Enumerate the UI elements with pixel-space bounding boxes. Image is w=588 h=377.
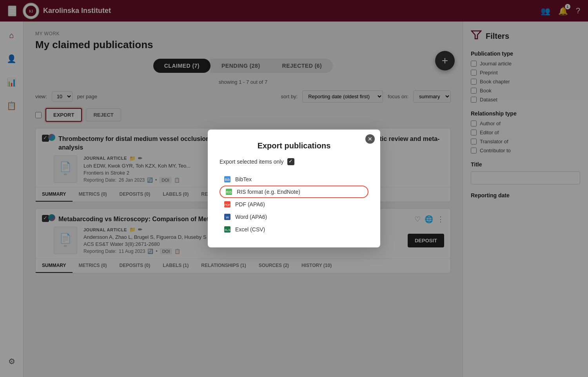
export-selected-label: Export selected items only — [220, 159, 283, 165]
excel-icon: XLS — [223, 225, 231, 233]
svg-text:RIS: RIS — [226, 190, 232, 194]
excel-label: Excel (CSV) — [235, 226, 265, 233]
export-option-word[interactable]: W Word (APA6) — [220, 211, 368, 223]
export-option-ris[interactable]: RIS RIS format (e.g. EndNote) — [220, 186, 368, 198]
svg-text:PDF: PDF — [224, 203, 230, 207]
pdf-label: PDF (APA6) — [235, 201, 265, 207]
word-label: Word (APA6) — [235, 214, 267, 220]
ris-icon: RIS — [225, 188, 233, 196]
export-selected-checkbox[interactable] — [287, 158, 294, 165]
export-modal: Export publications ✕ Export selected it… — [208, 130, 380, 247]
bibtex-label: BibTex — [235, 176, 252, 182]
modal-title: Export publications — [220, 141, 368, 150]
export-option-pdf[interactable]: PDF PDF (APA6) — [220, 198, 368, 211]
word-icon: W — [223, 213, 231, 221]
export-option-excel[interactable]: XLS Excel (CSV) — [220, 223, 368, 236]
modal-overlay[interactable]: Export publications ✕ Export selected it… — [0, 0, 588, 377]
svg-text:Bib: Bib — [225, 178, 230, 182]
svg-text:XLS: XLS — [224, 228, 230, 232]
bibtex-icon: Bib — [223, 175, 231, 183]
export-option-bibtex[interactable]: Bib BibTex — [220, 173, 368, 186]
export-selected-row: Export selected items only — [220, 158, 368, 165]
pdf-icon: PDF — [223, 200, 231, 208]
svg-text:W: W — [226, 216, 229, 219]
ris-label: RIS format (e.g. EndNote) — [237, 189, 300, 195]
modal-close-button[interactable]: ✕ — [365, 134, 375, 144]
